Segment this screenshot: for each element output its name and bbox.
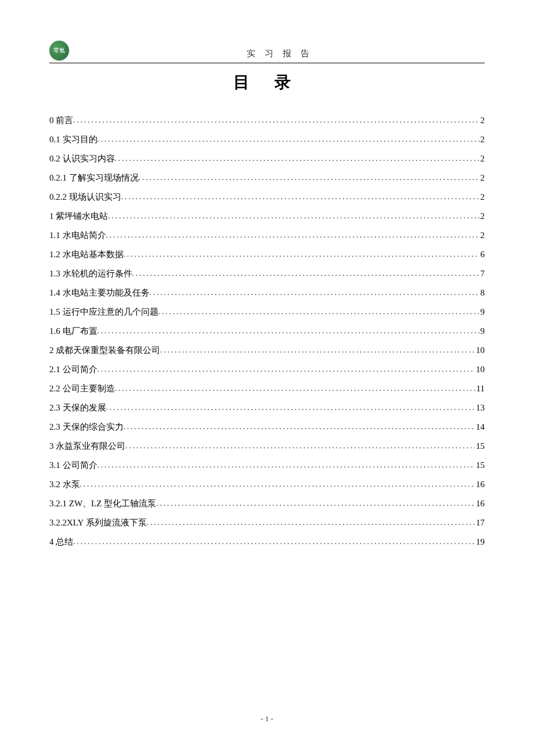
toc-entry: 1.2 水电站基本数据6 xyxy=(49,245,485,264)
toc-entry: 1.3 水轮机的运行条件7 xyxy=(49,264,485,283)
toc-entry-label: 1.3 水轮机的运行条件 xyxy=(49,264,132,283)
toc-entry: 1.5 运行中应注意的几个问题9 xyxy=(49,303,485,322)
toc-entry-page: 2 xyxy=(479,226,485,245)
toc-entry: 4 总结19 xyxy=(49,532,485,552)
toc-dots xyxy=(124,419,475,435)
toc-entry: 2.3 天保的发展13 xyxy=(49,398,485,417)
toc-dots xyxy=(124,246,479,263)
toc-dots xyxy=(121,189,479,206)
toc-entry-page: 9 xyxy=(479,322,485,341)
toc-entry-page: 10 xyxy=(475,360,485,379)
toc-entry-page: 14 xyxy=(475,417,485,437)
toc-entry-page: 2 xyxy=(479,168,485,188)
toc-entry-label: 3 永益泵业有限公司 xyxy=(49,437,125,456)
toc-dots xyxy=(156,495,475,512)
toc-entry: 3.1 公司简介15 xyxy=(49,456,485,475)
toc-dots xyxy=(98,361,475,378)
toc-entry: 1 紫坪铺水电站2 xyxy=(49,207,485,226)
toc-entry: 3.2.1 ZW、LZ 型化工轴流泵16 xyxy=(49,494,485,513)
toc-entry-label: 0.2.2 现场认识实习 xyxy=(49,188,121,207)
toc-dots xyxy=(98,323,479,340)
page-number: - 1 - xyxy=(261,714,273,723)
toc-dots xyxy=(150,285,479,301)
toc-entry-page: 6 xyxy=(479,245,485,264)
toc-entry-page: 13 xyxy=(475,398,485,417)
toc-entry: 2.1 公司简介10 xyxy=(49,360,485,379)
toc-entry-label: 2.2 公司主要制造 xyxy=(49,379,115,398)
toc-dots xyxy=(139,170,479,186)
toc-entry: 0.2.1 了解实习现场情况2 xyxy=(49,168,485,188)
toc-entry-page: 2 xyxy=(479,207,485,226)
toc-entry-label: 2.3 天保的发展 xyxy=(49,398,106,417)
toc-entry: 0.1 实习目的2 xyxy=(49,130,485,149)
toc-dots xyxy=(98,131,479,148)
toc-entry: 0 前言2 xyxy=(49,111,485,130)
toc-dots xyxy=(125,438,475,455)
toc-entry-label: 0 前言 xyxy=(49,111,73,130)
toc-entry-label: 0.1 实习目的 xyxy=(49,130,98,149)
toc-dots xyxy=(147,514,475,531)
toc-entry-label: 1 紫坪铺水电站 xyxy=(49,207,108,226)
logo-icon: 零氪 xyxy=(49,41,69,60)
toc-entry: 3 永益泵业有限公司15 xyxy=(49,437,485,456)
toc-entry-page: 19 xyxy=(475,532,485,552)
toc-dots xyxy=(115,380,475,397)
toc-entry-page: 16 xyxy=(475,494,485,513)
toc-dots xyxy=(73,534,475,550)
logo-text: 零氪 xyxy=(53,46,65,55)
toc-entry-label: 1.6 电厂布置 xyxy=(49,322,98,341)
toc-entry: 1.1 水电站简介2 xyxy=(49,226,485,245)
toc-dots xyxy=(73,112,479,129)
document-page: 零氪 实 习 报 告 目 录 0 前言20.1 实习目的20.2 认识实习内容2… xyxy=(0,0,534,756)
toc-entry-label: 3.2.2XLY 系列旋流液下泵 xyxy=(49,513,147,532)
toc-dots xyxy=(158,304,479,321)
toc-entry: 0.2.2 现场认识实习2 xyxy=(49,188,485,207)
toc-entry-label: 3.2.1 ZW、LZ 型化工轴流泵 xyxy=(49,494,156,513)
toc-entry-page: 10 xyxy=(475,341,485,360)
toc-dots xyxy=(132,265,479,282)
toc-dots xyxy=(80,476,475,493)
toc-entry-page: 16 xyxy=(475,475,485,494)
toc-entry-label: 1.5 运行中应注意的几个问题 xyxy=(49,303,158,322)
toc-entry-label: 2 成都天保重型装备有限公司 xyxy=(49,341,160,360)
toc-entry-page: 9 xyxy=(479,303,485,322)
toc-entry-label: 2.3 天保的综合实力 xyxy=(49,417,124,437)
page-footer: - 1 - xyxy=(0,714,534,723)
toc-entry-page: 2 xyxy=(479,111,485,130)
toc-entry: 2.2 公司主要制造11 xyxy=(49,379,485,398)
toc-entry-label: 0.2 认识实习内容 xyxy=(49,149,115,168)
toc-dots xyxy=(106,399,475,416)
toc-entry-page: 11 xyxy=(475,379,485,398)
document-title: 目 录 xyxy=(49,71,485,93)
toc-entry: 3.2.2XLY 系列旋流液下泵17 xyxy=(49,513,485,532)
toc-entry-label: 1.2 水电站基本数据 xyxy=(49,245,124,264)
toc-entry-page: 17 xyxy=(475,513,485,532)
page-header: 零氪 实 习 报 告 xyxy=(49,41,485,63)
toc-entry: 0.2 认识实习内容2 xyxy=(49,149,485,168)
toc-entry-label: 1.4 水电站主要功能及任务 xyxy=(49,283,150,303)
toc-entry-label: 1.1 水电站简介 xyxy=(49,226,106,245)
toc-entry-label: 3.2 水泵 xyxy=(49,475,80,494)
toc-dots xyxy=(115,150,479,167)
toc-entry-page: 2 xyxy=(479,188,485,207)
toc-dots xyxy=(108,208,479,225)
toc-entry: 1.6 电厂布置9 xyxy=(49,322,485,341)
toc-entry: 2 成都天保重型装备有限公司10 xyxy=(49,341,485,360)
toc-entry: 1.4 水电站主要功能及任务8 xyxy=(49,283,485,303)
toc-entry-page: 8 xyxy=(479,283,485,303)
toc-entry-page: 15 xyxy=(475,437,485,456)
toc-entry-label: 3.1 公司简介 xyxy=(49,456,98,475)
toc-entry-label: 4 总结 xyxy=(49,532,73,552)
toc-dots xyxy=(160,342,475,359)
toc-entry-page: 2 xyxy=(479,130,485,149)
toc-entry-page: 7 xyxy=(479,264,485,283)
toc-entry-page: 2 xyxy=(479,149,485,168)
header-title: 实 习 报 告 xyxy=(75,48,485,60)
toc-entry: 2.3 天保的综合实力14 xyxy=(49,417,485,437)
toc-entry-page: 15 xyxy=(475,456,485,475)
toc-entry: 3.2 水泵16 xyxy=(49,475,485,494)
toc-dots xyxy=(98,457,475,474)
toc-entry-label: 0.2.1 了解实习现场情况 xyxy=(49,168,139,188)
toc-dots xyxy=(106,227,479,244)
table-of-contents: 0 前言20.1 实习目的20.2 认识实习内容20.2.1 了解实习现场情况2… xyxy=(49,111,485,552)
